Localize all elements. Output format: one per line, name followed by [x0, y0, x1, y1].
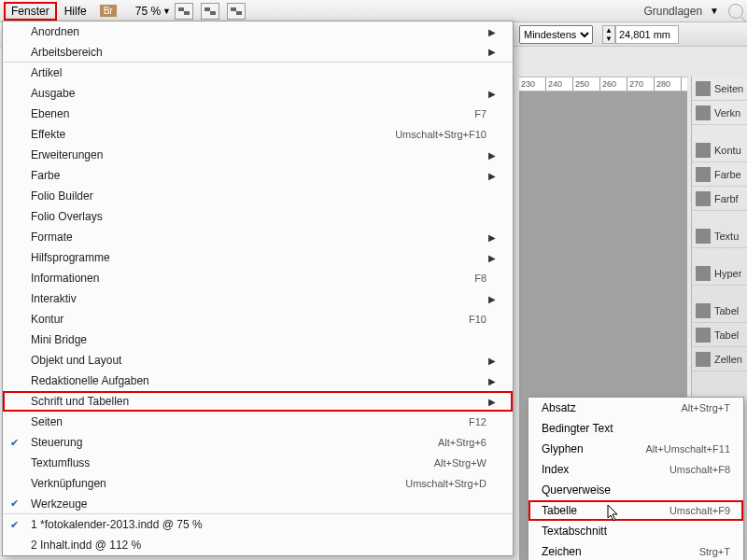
menu-item[interactable]: InformationenF8	[3, 268, 513, 288]
panel-tab[interactable]: Farbe	[692, 162, 747, 187]
panel-tab[interactable]: Textu	[692, 224, 747, 248]
panel-tab[interactable]: Tabel	[692, 323, 747, 347]
menu-shortcut: F7	[474, 108, 486, 119]
menubar: Fenster Hilfe Br 75 % ▼ Grundlagen ▼	[0, 0, 747, 22]
chevron-down-icon[interactable]: ▼	[710, 6, 719, 16]
zoom-level[interactable]: 75 %	[135, 5, 161, 18]
submenu-item[interactable]: Bedingter Text	[529, 418, 743, 439]
menu-item-label: Textumfluss	[31, 456, 434, 469]
submenu-shortcut: Alt+Strg+T	[681, 402, 730, 413]
panel-icon	[696, 328, 711, 343]
menu-item[interactable]: TextumflussAlt+Strg+W	[3, 453, 513, 473]
menu-hilfe[interactable]: Hilfe	[57, 2, 94, 21]
panel-tab[interactable]: Farbf	[692, 187, 747, 211]
ruler-tick: 250	[573, 77, 600, 91]
submenu-item-label: Textabschnitt	[542, 525, 730, 538]
submenu-arrow-icon: ▶	[488, 47, 496, 57]
menu-fenster[interactable]: Fenster	[4, 2, 57, 21]
menu-item[interactable]: EbenenF7	[3, 104, 513, 124]
spacing-mode-select[interactable]: Mindestens	[519, 25, 593, 44]
menu-item[interactable]: ✔1 *fotokalender-2013.indd @ 75 %	[3, 514, 513, 535]
layout-icon-1[interactable]	[175, 3, 193, 20]
submenu-arrow-icon: ▶	[488, 150, 496, 161]
menu-item[interactable]: KonturF10	[3, 309, 513, 329]
stepper-icon[interactable]: ▲▼	[602, 25, 615, 44]
menu-item[interactable]: VerknüpfungenUmschalt+Strg+D	[3, 473, 513, 494]
panel-label: Seiten	[714, 83, 743, 94]
bridge-badge[interactable]: Br	[100, 5, 117, 17]
ruler-tick: 260	[600, 77, 627, 91]
menu-shortcut: F10	[469, 314, 486, 325]
workspace-label[interactable]: Grundlagen	[643, 5, 702, 18]
panel-icon	[696, 191, 711, 206]
submenu-item[interactable]: TabelleUmschalt+F9	[529, 500, 743, 521]
menu-item-label: Farbe	[31, 169, 488, 182]
menu-item[interactable]: Redaktionelle Aufgaben▶	[3, 371, 513, 391]
panel-tab[interactable]: Tabel	[692, 299, 747, 323]
menu-item[interactable]: Objekt und Layout▶	[3, 350, 513, 371]
menu-item[interactable]: Anordnen▶	[3, 21, 513, 42]
submenu-item[interactable]: Querverweise	[529, 480, 743, 500]
panel-tab[interactable]: Verkn	[692, 101, 747, 125]
menu-item[interactable]: Arbeitsbereich▶	[3, 42, 513, 63]
menu-item[interactable]: Hilfsprogramme▶	[3, 247, 513, 268]
panel-label: Hyper	[714, 268, 741, 279]
submenu-item-label: Tabelle	[542, 504, 669, 517]
panel-label: Farbe	[714, 169, 741, 180]
submenu-shortcut: Umschalt+F9	[669, 505, 730, 516]
search-icon[interactable]	[728, 4, 743, 19]
menu-item[interactable]: ✔SteuerungAlt+Strg+6	[3, 432, 513, 453]
menu-item-label: Anordnen	[31, 25, 488, 38]
horizontal-ruler: 230240250260270280	[519, 77, 687, 91]
menu-item[interactable]: Formate▶	[3, 227, 513, 247]
submenu-arrow-icon: ▶	[488, 253, 496, 263]
submenu-arrow-icon: ▶	[488, 376, 496, 386]
menu-item[interactable]: Erweiterungen▶	[3, 145, 513, 165]
menu-item[interactable]: Mini Bridge	[3, 329, 513, 350]
panel-icon	[696, 167, 711, 182]
menu-item[interactable]: 2 Inhalt.indd @ 112 %	[3, 535, 513, 555]
submenu-item[interactable]: ZeichenStrg+T	[529, 541, 743, 560]
menu-item-label: Redaktionelle Aufgaben	[31, 374, 488, 387]
menu-item[interactable]: SeitenF12	[3, 412, 513, 432]
menu-item-label: Seiten	[31, 415, 469, 428]
submenu-item[interactable]: AbsatzAlt+Strg+T	[529, 398, 743, 418]
panel-tab[interactable]: Kontu	[692, 138, 747, 162]
panel-icon	[696, 81, 711, 96]
menu-shortcut: Umschalt+Strg+D	[405, 478, 486, 489]
menu-shortcut: Alt+Strg+6	[438, 437, 486, 448]
panel-tab[interactable]: Seiten	[692, 77, 747, 101]
check-icon: ✔	[10, 519, 19, 531]
submenu-arrow-icon: ▶	[488, 27, 496, 37]
menu-item[interactable]: Ausgabe▶	[3, 83, 513, 104]
menu-item[interactable]: Folio Overlays	[3, 206, 513, 227]
menu-item[interactable]: Schrift und Tabellen▶	[3, 391, 513, 412]
menu-item[interactable]: ✔Werkzeuge	[3, 494, 513, 514]
panel-tab[interactable]: Hyper	[692, 261, 747, 286]
submenu-item[interactable]: GlyphenAlt+Umschalt+F11	[529, 439, 743, 459]
value-input[interactable]	[615, 25, 679, 44]
menu-item[interactable]: Interaktiv▶	[3, 288, 513, 309]
panel-label: Tabel	[714, 329, 739, 341]
numeric-field[interactable]: ▲▼	[602, 25, 679, 44]
menu-item-label: Hilfsprogramme	[31, 251, 488, 264]
menu-item[interactable]: EffekteUmschalt+Strg+F10	[3, 124, 513, 145]
menu-item-label: Erweiterungen	[31, 148, 488, 161]
panel-icon	[696, 229, 711, 244]
submenu-item-label: Absatz	[542, 401, 681, 414]
submenu-item-label: Index	[542, 463, 669, 476]
panel-tab[interactable]: Zellen	[692, 347, 747, 371]
chevron-down-icon[interactable]: ▼	[162, 7, 171, 16]
menu-item[interactable]: Folio Builder	[3, 186, 513, 206]
submenu-arrow-icon: ▶	[488, 397, 496, 407]
menu-item[interactable]: Artikel	[3, 63, 513, 83]
menu-item-label: Verknüpfungen	[31, 477, 405, 490]
layout-icon-2[interactable]	[201, 3, 219, 20]
menu-item[interactable]: Farbe▶	[3, 165, 513, 186]
layout-icon-3[interactable]	[227, 3, 246, 20]
submenu-item-label: Zeichen	[542, 545, 699, 558]
panel-icon	[696, 352, 711, 367]
submenu-item[interactable]: IndexUmschalt+F8	[529, 459, 743, 480]
menu-item-label: Ausgabe	[31, 87, 488, 100]
submenu-item[interactable]: Textabschnitt	[529, 521, 743, 541]
